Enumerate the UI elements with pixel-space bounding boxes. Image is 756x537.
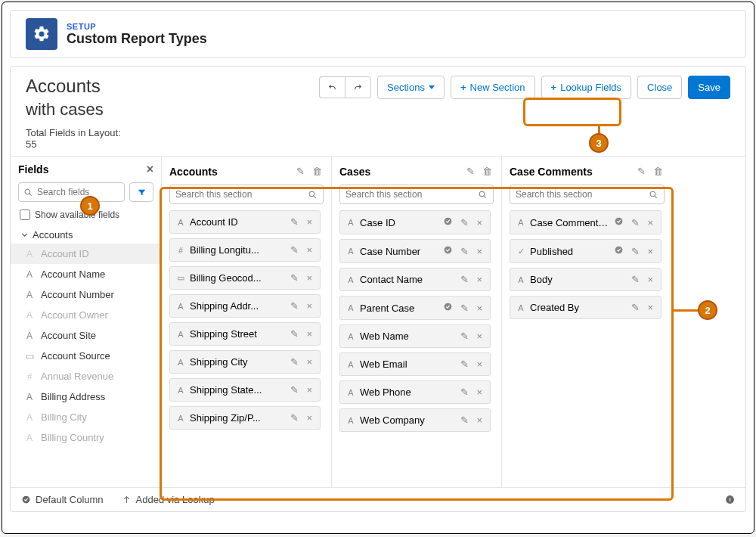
edit-chip-icon[interactable]: ✎ [459,246,470,257]
field-chip[interactable]: A Shipping Street ✎ × [169,322,321,346]
field-chip[interactable]: A Contact Name ✎ × [339,268,491,291]
chip-label: Web Phone [360,386,454,398]
tree-item: ABilling Country [11,427,161,448]
tree-item[interactable]: AAccount Number [11,284,161,305]
remove-chip-icon[interactable]: × [646,302,655,313]
show-available-checkbox[interactable] [20,210,30,220]
edit-chip-icon[interactable]: ✎ [459,414,470,426]
remove-chip-icon[interactable]: × [305,328,314,340]
callout-2: 2 [698,300,717,320]
remove-chip-icon[interactable]: × [305,244,314,256]
search-icon [649,190,658,200]
tree-group-accounts[interactable]: Accounts [11,226,161,244]
info-icon[interactable]: i [725,495,735,504]
sections-dropdown[interactable]: Sections [377,76,445,99]
remove-chip-icon[interactable]: × [305,412,314,424]
field-chip[interactable]: A Shipping Zip/P... ✎ × [169,406,321,430]
field-chip[interactable]: A Shipping State... ✎ × [169,378,321,402]
remove-chip-icon[interactable]: × [646,246,655,257]
remove-chip-icon[interactable]: × [475,359,484,370]
edit-chip-icon[interactable]: ✎ [459,386,470,398]
edit-chip-icon[interactable]: ✎ [459,303,470,314]
field-chip[interactable]: ✓ Published ✎ × [510,239,662,263]
field-chip[interactable]: A Case Number ✎ × [339,239,491,263]
tree-item[interactable]: AAccount Name [11,264,161,284]
callout-1: 1 [80,196,100,216]
remove-chip-icon[interactable]: × [475,274,484,285]
field-chip[interactable]: A Case Comment ... ✎ × [510,210,662,234]
edit-chip-icon[interactable]: ✎ [459,217,470,228]
edit-chip-icon[interactable]: ✎ [459,359,470,370]
remove-chip-icon[interactable]: × [305,272,314,284]
field-label: Account Owner [41,309,108,321]
field-chip[interactable]: A Case ID ✎ × [339,210,491,234]
remove-chip-icon[interactable]: × [475,217,484,228]
field-label: Billing Address [41,391,105,402]
remove-chip-icon[interactable]: × [475,386,484,398]
edit-chip-icon[interactable]: ✎ [289,412,300,424]
remove-chip-icon[interactable]: × [305,384,314,396]
undo-button[interactable] [319,76,345,98]
field-type-icon: A [176,386,185,395]
edit-chip-icon[interactable]: ✎ [289,216,300,228]
edit-chip-icon[interactable]: ✎ [630,217,641,228]
remove-chip-icon[interactable]: × [475,246,484,257]
section-search-input[interactable] [516,189,645,200]
svg-point-7 [445,247,452,254]
edit-chip-icon[interactable]: ✎ [630,274,641,285]
delete-section-icon[interactable]: 🗑 [652,164,665,178]
remove-chip-icon[interactable]: × [305,216,314,228]
field-chip[interactable]: ▭ Billing Geocod... ✎ × [169,266,321,290]
remove-chip-icon[interactable]: × [305,300,314,312]
svg-point-12 [615,247,623,254]
field-chip[interactable]: A Account ID ✎ × [169,210,321,234]
field-chip[interactable]: A Shipping Addr... ✎ × [169,294,321,318]
remove-chip-icon[interactable]: × [475,331,484,342]
tree-item[interactable]: ▭Account Source [11,346,161,366]
edit-section-icon[interactable]: ✎ [465,164,476,178]
field-chip[interactable]: A Web Company ✎ × [339,408,491,432]
edit-chip-icon[interactable]: ✎ [459,331,470,342]
save-button[interactable]: Save [688,76,730,99]
new-section-button[interactable]: +New Section [451,76,535,99]
fields-search-input[interactable] [37,187,119,197]
search-icon [478,190,488,200]
field-chip[interactable]: A Shipping City ✎ × [169,350,321,374]
edit-chip-icon[interactable]: ✎ [289,328,300,340]
edit-chip-icon[interactable]: ✎ [459,274,470,285]
edit-chip-icon[interactable]: ✎ [289,300,300,312]
edit-chip-icon[interactable]: ✎ [630,246,641,257]
field-chip[interactable]: A Web Email ✎ × [339,352,491,376]
edit-chip-icon[interactable]: ✎ [630,302,641,313]
remove-chip-icon[interactable]: × [475,414,484,426]
tree-item[interactable]: ABilling Address [11,386,161,407]
delete-section-icon[interactable]: 🗑 [311,164,324,178]
close-button[interactable]: Close [637,76,682,99]
section-search-input[interactable] [345,189,474,200]
chip-label: Account ID [190,216,284,228]
field-type-icon: ▭ [176,273,185,283]
delete-section-icon[interactable]: 🗑 [481,164,494,178]
section-search-input[interactable] [175,189,304,200]
remove-chip-icon[interactable]: × [646,274,655,285]
remove-chip-icon[interactable]: × [646,217,655,228]
edit-section-icon[interactable]: ✎ [295,164,306,178]
edit-section-icon[interactable]: ✎ [636,164,647,178]
lookup-fields-button[interactable]: +Lookup Fields [541,76,632,99]
edit-chip-icon[interactable]: ✎ [289,384,300,396]
field-chip[interactable]: A Body ✎ × [510,268,662,291]
field-chip[interactable]: # Billing Longitu... ✎ × [169,238,321,262]
field-chip[interactable]: A Web Name ✎ × [339,324,491,348]
tree-item[interactable]: AAccount Site [11,325,161,346]
field-chip[interactable]: A Created By ✎ × [510,296,662,319]
edit-chip-icon[interactable]: ✎ [289,244,300,256]
remove-chip-icon[interactable]: × [475,303,484,314]
field-chip[interactable]: A Parent Case ✎ × [339,296,491,320]
edit-chip-icon[interactable]: ✎ [289,356,300,368]
close-panel-icon[interactable]: × [147,163,153,176]
edit-chip-icon[interactable]: ✎ [289,272,300,284]
remove-chip-icon[interactable]: × [305,356,314,368]
field-chip[interactable]: A Web Phone ✎ × [339,380,491,404]
filter-button[interactable] [129,182,153,202]
redo-button[interactable] [345,76,371,98]
